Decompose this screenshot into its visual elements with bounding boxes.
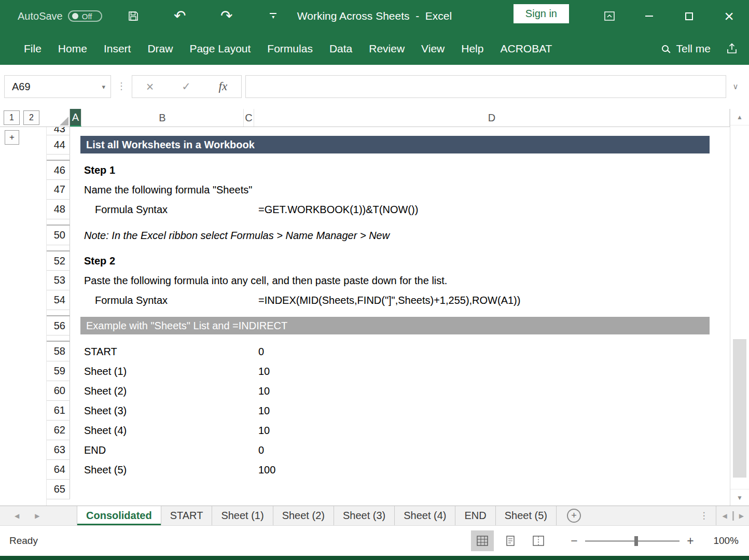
row-content[interactable]: Formula Syntax=INDEX(MID(Sheets,FIND("]"… xyxy=(70,290,730,310)
row-content[interactable]: Note: In the Excel ribbon select Formula… xyxy=(70,226,730,245)
ribbon-tab-view[interactable]: View xyxy=(413,37,453,60)
row-header-62[interactable]: 62 xyxy=(47,421,70,440)
row-header-46[interactable]: 46 xyxy=(47,161,70,180)
autosave-toggle[interactable]: AutoSave Off xyxy=(18,10,102,22)
row-header-hidden[interactable] xyxy=(47,245,70,251)
undo-button[interactable]: ↶ xyxy=(172,8,188,24)
sign-in-button[interactable]: Sign in xyxy=(514,4,569,23)
ribbon-tab-file[interactable]: File xyxy=(16,37,50,60)
tell-me-box[interactable]: Tell me xyxy=(662,43,725,55)
row-header-43[interactable]: 43 xyxy=(47,127,70,135)
row-header-54[interactable]: 54 xyxy=(47,290,70,310)
row-header-hidden[interactable] xyxy=(47,310,70,316)
row-content[interactable] xyxy=(70,480,730,499)
normal-view-button[interactable] xyxy=(471,530,494,551)
tab-overflow-icon[interactable]: ⋮ xyxy=(700,510,709,521)
sheet-tab-sheet-4[interactable]: Sheet (4) xyxy=(395,506,455,525)
vertical-scrollbar[interactable]: ▲ ▼ xyxy=(730,109,749,506)
ribbon-tab-insert[interactable]: Insert xyxy=(95,37,140,60)
row-header-63[interactable]: 63 xyxy=(47,440,70,460)
ribbon-tab-review[interactable]: Review xyxy=(360,37,413,60)
row-content[interactable]: Example with "Sheets" List and =INDIRECT xyxy=(70,316,730,335)
row-header-59[interactable]: 59 xyxy=(47,361,70,381)
row-content[interactable]: Sheet (5)100 xyxy=(70,460,730,480)
zoom-out-button[interactable]: − xyxy=(566,534,582,548)
ribbon-tab-data[interactable]: Data xyxy=(321,37,360,60)
sheet-tab-consolidated[interactable]: Consolidated xyxy=(77,506,161,525)
name-box[interactable]: A69 ▾ xyxy=(4,75,111,98)
row-header-58[interactable]: 58 xyxy=(47,342,70,361)
minimize-button[interactable] xyxy=(629,0,669,32)
row-header-47[interactable]: 47 xyxy=(47,180,70,200)
save-button[interactable] xyxy=(125,8,142,24)
new-sheet-button[interactable]: + xyxy=(567,509,581,523)
formula-bar-drag-handle[interactable]: ⋮ xyxy=(117,80,126,92)
page-break-view-button[interactable] xyxy=(527,530,550,551)
customize-toolbar-button[interactable]: ▾ xyxy=(265,8,282,24)
row-content[interactable]: Formula Syntax=GET.WORKBOOK(1))&T(NOW()) xyxy=(70,200,730,219)
share-button[interactable] xyxy=(725,43,739,55)
formula-input[interactable] xyxy=(245,75,726,98)
row-header-65[interactable]: 65 xyxy=(47,480,70,499)
column-header-a[interactable]: A xyxy=(70,109,81,127)
row-header-hidden[interactable] xyxy=(47,219,70,226)
outline-expand-button[interactable]: + xyxy=(5,130,19,145)
row-header-48[interactable]: 48 xyxy=(47,200,70,219)
scroll-down-icon[interactable]: ▼ xyxy=(730,489,749,506)
zoom-slider[interactable] xyxy=(585,540,679,542)
row-header-56[interactable]: 56 xyxy=(47,316,70,335)
row-content[interactable] xyxy=(70,245,730,251)
zoom-slider-thumb[interactable] xyxy=(634,536,638,546)
row-content[interactable] xyxy=(70,155,730,161)
sheet-tab-sheet-2[interactable]: Sheet (2) xyxy=(273,506,334,525)
ribbon-tab-home[interactable]: Home xyxy=(50,37,95,60)
sheet-tab-start[interactable]: START xyxy=(161,506,213,525)
ribbon-display-options-button[interactable] xyxy=(589,0,629,32)
row-content[interactable] xyxy=(70,127,730,135)
row-header-hidden[interactable] xyxy=(47,335,70,342)
cancel-icon[interactable]: × xyxy=(146,79,154,94)
row-header-hidden[interactable] xyxy=(47,155,70,161)
tab-splitter-handle[interactable] xyxy=(732,511,734,521)
row-content[interactable]: List all Worksheets in a Workbook xyxy=(70,135,730,155)
enter-icon[interactable]: ✓ xyxy=(182,80,191,93)
autosave-pill[interactable]: Off xyxy=(68,10,102,22)
zoom-in-button[interactable]: + xyxy=(683,534,698,548)
insert-function-icon[interactable]: fx xyxy=(219,80,228,93)
close-button[interactable]: × xyxy=(709,0,749,32)
sheet-tab-sheet-1[interactable]: Sheet (1) xyxy=(212,506,273,525)
row-header-61[interactable]: 61 xyxy=(47,401,70,421)
sheet-tab-sheet-5[interactable]: Sheet (5) xyxy=(496,506,557,525)
row-content[interactable]: Step 2 xyxy=(70,251,730,271)
row-header-60[interactable]: 60 xyxy=(47,381,70,401)
row-content[interactable]: Sheet (4)10 xyxy=(70,421,730,440)
hscroll-right-icon[interactable]: ▶ xyxy=(739,512,744,520)
row-content[interactable]: Name the following formula "Sheets" xyxy=(70,180,730,200)
select-all-corner[interactable] xyxy=(47,109,70,127)
row-content[interactable] xyxy=(70,219,730,226)
row-content[interactable]: Sheet (2)10 xyxy=(70,381,730,401)
row-content[interactable]: Paste the following formula into any cel… xyxy=(70,271,730,290)
maximize-button[interactable] xyxy=(669,0,709,32)
page-layout-view-button[interactable] xyxy=(499,530,522,551)
hscroll-left-icon[interactable]: ◀ xyxy=(723,512,727,520)
row-content[interactable]: END0 xyxy=(70,440,730,460)
column-header-c[interactable]: C xyxy=(244,109,254,127)
name-box-dropdown-icon[interactable]: ▾ xyxy=(102,83,105,91)
horizontal-scrollbar[interactable]: ◀ ▶ xyxy=(716,506,744,525)
row-header-50[interactable]: 50 xyxy=(47,226,70,245)
zoom-level[interactable]: 100% xyxy=(704,535,742,547)
tab-nav-right-icon[interactable]: ▶ xyxy=(35,512,39,520)
row-content[interactable] xyxy=(70,335,730,342)
column-header-d[interactable]: D xyxy=(254,109,730,127)
row-header-53[interactable]: 53 xyxy=(47,271,70,290)
vertical-scroll-thumb[interactable] xyxy=(733,339,746,478)
column-header-b[interactable]: B xyxy=(81,109,244,127)
ribbon-tab-help[interactable]: Help xyxy=(453,37,492,60)
row-header-44[interactable]: 44 xyxy=(47,135,70,155)
formula-bar-expand-icon[interactable]: ∨ xyxy=(726,75,745,98)
sheet-tab-end[interactable]: END xyxy=(455,506,495,525)
redo-button[interactable]: ↷ xyxy=(218,8,235,24)
row-header-64[interactable]: 64 xyxy=(47,460,70,480)
row-content[interactable]: Step 1 xyxy=(70,161,730,180)
